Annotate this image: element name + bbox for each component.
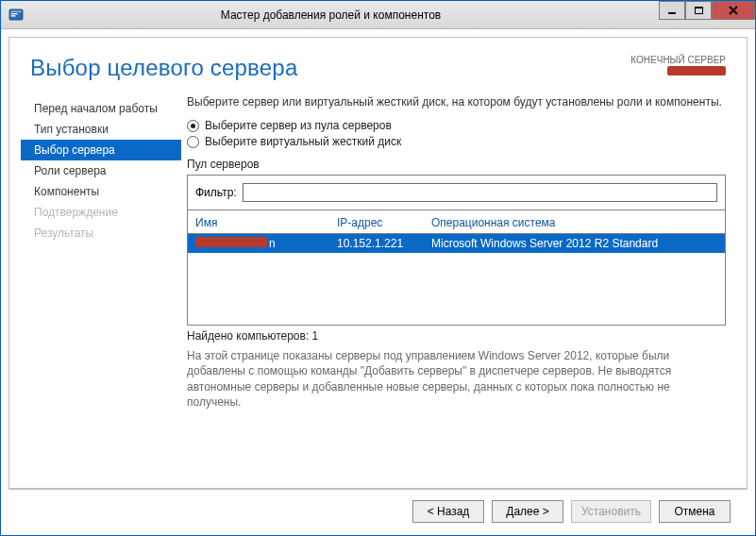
step-results: Результаты xyxy=(21,223,181,243)
wizard-footer: < Назад Далее > Установить Отмена xyxy=(8,495,748,528)
minimize-button[interactable] xyxy=(659,1,685,20)
svg-rect-2 xyxy=(11,15,16,16)
install-button: Установить xyxy=(571,500,651,523)
step-installation-type[interactable]: Тип установки xyxy=(21,119,181,140)
page-title: Выбор целевого сервера xyxy=(30,55,297,81)
content-area: Выберите сервер или виртуальный жесткий … xyxy=(181,85,726,410)
wizard-icon xyxy=(8,8,24,23)
radio-icon xyxy=(187,120,199,132)
previous-button[interactable]: < Назад xyxy=(412,500,484,523)
destination-server-box: КОНЕЧНЫЙ СЕРВЕР xyxy=(630,55,726,75)
radio-label-pool: Выберите сервер из пула серверов xyxy=(205,119,392,132)
svg-rect-4 xyxy=(668,12,676,14)
step-confirmation: Подтверждение xyxy=(21,202,181,223)
step-before-you-begin[interactable]: Перед началом работы xyxy=(21,98,181,119)
step-server-selection[interactable]: Выбор сервера xyxy=(21,140,181,160)
radio-icon xyxy=(187,136,199,148)
wizard-steps-sidebar: Перед началом работы Тип установки Выбор… xyxy=(21,85,181,410)
radio-select-from-pool[interactable]: Выберите сервер из пула серверов xyxy=(187,119,726,132)
cell-os: Microsoft Windows Server 2012 R2 Standar… xyxy=(431,237,717,250)
explanation-text: На этой странице показаны серверы под уп… xyxy=(187,348,726,410)
found-count: Найдено компьютеров: 1 xyxy=(187,329,726,343)
radio-label-vhd: Выберите виртуальный жесткий диск xyxy=(205,135,401,148)
step-features[interactable]: Компоненты xyxy=(21,181,181,202)
col-header-name[interactable]: Имя xyxy=(195,216,337,229)
step-server-roles[interactable]: Роли сервера xyxy=(21,160,181,181)
destination-server-name-redacted xyxy=(667,66,726,75)
filter-input[interactable] xyxy=(243,183,717,202)
next-button[interactable]: Далее > xyxy=(492,500,563,523)
table-row[interactable]: n 10.152.1.221 Microsoft Windows Server … xyxy=(188,234,725,253)
col-header-ip[interactable]: IP-адрес xyxy=(337,216,431,229)
table-body: n 10.152.1.221 Microsoft Windows Server … xyxy=(188,234,725,325)
radio-select-vhd[interactable]: Выберите виртуальный жесткий диск xyxy=(187,135,726,148)
filter-label: Фильтр: xyxy=(195,186,237,199)
window-controls xyxy=(659,1,755,20)
col-header-os[interactable]: Операционная система xyxy=(431,216,717,229)
window-title: Мастер добавления ролей и компонентов xyxy=(29,8,632,22)
instruction-text: Выберите сервер или виртуальный жесткий … xyxy=(187,94,726,109)
svg-rect-1 xyxy=(11,13,18,14)
svg-rect-3 xyxy=(11,10,22,11)
cell-ip: 10.152.1.221 xyxy=(337,237,431,250)
close-button[interactable] xyxy=(712,1,755,20)
cell-name: n xyxy=(195,237,337,250)
wizard-client: Выбор целевого сервера КОНЕЧНЫЙ СЕРВЕР П… xyxy=(8,37,748,490)
close-icon xyxy=(728,5,739,16)
titlebar: Мастер добавления ролей и компонентов xyxy=(1,1,755,29)
cancel-button[interactable]: Отмена xyxy=(659,500,731,523)
destination-server-label: КОНЕЧНЫЙ СЕРВЕР xyxy=(630,55,726,65)
server-name-redacted xyxy=(195,237,267,247)
server-pool-label: Пул серверов xyxy=(187,158,726,171)
server-pool-box: Фильтр: Имя IP-адрес Операционная систем… xyxy=(187,175,726,326)
maximize-icon xyxy=(695,7,703,14)
table-header: Имя IP-адрес Операционная система xyxy=(188,210,725,234)
maximize-button[interactable] xyxy=(685,1,712,20)
